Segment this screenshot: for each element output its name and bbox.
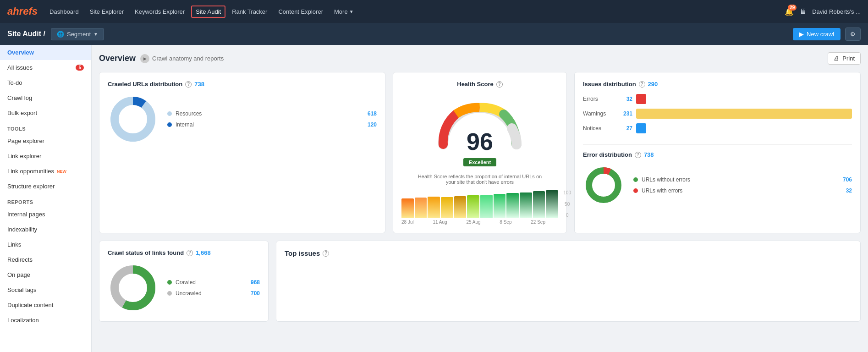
health-gauge: 96 [401, 94, 558, 158]
health-description: Health Score reflects the proportion of … [416, 174, 544, 185]
globe-icon: 🌐 [57, 31, 64, 38]
svg-point-0 [115, 101, 151, 138]
crawled-urls-card: Crawled URLs distribution ? 738 Resource… [99, 72, 385, 233]
sidebar-item-links[interactable]: Links [0, 237, 91, 252]
sidebar-item-structure-explorer[interactable]: Structure explorer [0, 179, 91, 194]
excellent-badge: Excellent [463, 158, 496, 166]
errors-issue-item: Errors 32 [583, 94, 852, 104]
nav-rank-tracker[interactable]: Rank Tracker [227, 6, 272, 18]
issues-distribution-title: Issues distribution ? 290 [583, 81, 852, 88]
nav-more[interactable]: More ▼ [330, 6, 358, 18]
page-title: Overview [99, 54, 136, 63]
top-issues-help[interactable]: ? [323, 250, 329, 257]
error-dist-legend: URLs without errors 706 URLs with errors… [633, 176, 852, 194]
sidebar-item-social-tags[interactable]: Social tags [0, 282, 91, 297]
error-distribution-chart: URLs without errors 706 URLs with errors… [583, 165, 852, 206]
segment-button[interactable]: 🌐 Segment ▼ [51, 28, 104, 40]
top-issues-card: Top issues ? [276, 241, 861, 322]
sub-header-actions: ▶ New crawl ⚙ [793, 28, 861, 41]
crawl-status-help[interactable]: ? [187, 250, 193, 256]
main-layout: Overview All issues 5 To-do Crawl log Bu… [0, 45, 868, 352]
gear-icon: ⚙ [850, 31, 856, 38]
second-cards-row: Crawl status of links found ? 1,668 Craw… [99, 241, 861, 322]
crawled-urls-chart: Resources 618 Internal 120 [108, 94, 377, 144]
sidebar-section-reports: Reports [0, 194, 91, 207]
play-icon: ▶ [799, 31, 804, 38]
nav-content-explorer[interactable]: Content Explorer [274, 6, 328, 18]
health-score-title: Health Score ? [401, 81, 558, 88]
play-circle-icon[interactable]: ▶ [140, 54, 149, 63]
legend-crawled: Crawled 968 [167, 279, 260, 286]
internal-dot [167, 122, 172, 127]
legend-resources: Resources 618 [167, 110, 377, 117]
printer-icon: 🖨 [834, 55, 840, 62]
sidebar-item-crawl-log[interactable]: Crawl log [0, 90, 91, 105]
chevron-down-icon: ▼ [93, 32, 98, 37]
notices-indicator [636, 123, 646, 133]
health-score-card: Health Score ? [393, 72, 567, 233]
chart-x-labels: 28 Jul 11 Aug 25 Aug 8 Sep 22 Sep [401, 220, 558, 225]
crawled-urls-title: Crawled URLs distribution ? 738 [108, 81, 377, 88]
notification-badge: 29 [788, 5, 797, 11]
all-issues-badge: 5 [76, 65, 84, 71]
sub-header: Site Audit / 🌐 Segment ▼ ▶ New crawl ⚙ [0, 23, 868, 45]
sidebar-item-bulk-export[interactable]: Bulk export [0, 105, 91, 121]
page-header-left: Overview ▶ Crawl anatomy and reports [99, 54, 224, 63]
sidebar-item-overview[interactable]: Overview [0, 45, 91, 60]
crawl-status-chart: Crawled 968 Uncrawled 700 [108, 263, 260, 313]
health-score-help[interactable]: ? [496, 81, 503, 88]
logo: ahrefs [7, 6, 38, 17]
sidebar-item-page-explorer[interactable]: Page explorer [0, 133, 91, 148]
legend-internal: Internal 120 [167, 121, 377, 128]
crawl-status-card: Crawl status of links found ? 1,668 Craw… [99, 241, 269, 322]
user-menu[interactable]: David Roberts's ... [812, 8, 861, 15]
nav-site-explorer[interactable]: Site Explorer [85, 6, 128, 18]
top-cards-row: Crawled URLs distribution ? 738 Resource… [99, 72, 861, 233]
new-badge: NEW [57, 169, 66, 174]
sidebar-item-link-explorer[interactable]: Link explorer [0, 148, 91, 164]
sidebar-item-on-page[interactable]: On page [0, 267, 91, 282]
with-errors-dot [633, 188, 638, 193]
error-distribution-title: Error distribution ? 738 [583, 151, 852, 158]
sidebar-item-redirects[interactable]: Redirects [0, 252, 91, 267]
sidebar-item-link-opportunities[interactable]: Link opportunitiesNEW [0, 164, 91, 179]
sidebar: Overview All issues 5 To-do Crawl log Bu… [0, 45, 92, 352]
sidebar-item-indexability[interactable]: Indexability [0, 222, 91, 237]
nav-right: 🔔 29 🖥 David Roberts's ... [785, 7, 861, 16]
notices-issue-item: Notices 27 [583, 123, 852, 133]
sidebar-item-localization[interactable]: Localization [0, 313, 91, 328]
crawl-status-donut [108, 263, 158, 313]
sidebar-item-all-issues[interactable]: All issues 5 [0, 60, 91, 75]
new-crawl-button[interactable]: ▶ New crawl [793, 28, 841, 40]
legend-without-errors: URLs without errors 706 [633, 176, 852, 183]
sidebar-item-duplicate-content[interactable]: Duplicate content [0, 297, 91, 313]
sidebar-section-tools: Tools [0, 121, 91, 133]
monitor-icon: 🖥 [799, 7, 807, 16]
settings-button[interactable]: ⚙ [845, 28, 861, 41]
sidebar-item-todo[interactable]: To-do [0, 75, 91, 90]
crawled-dot [167, 280, 172, 285]
crawled-urls-legend: Resources 618 Internal 120 [167, 110, 377, 128]
nav-site-audit[interactable]: Site Audit [191, 6, 225, 18]
nav-dashboard[interactable]: Dashboard [45, 6, 83, 18]
top-nav: ahrefs Dashboard Site Explorer Keywords … [0, 0, 868, 23]
legend-uncrawled: Uncrawled 700 [167, 290, 260, 297]
main-content: Overview ▶ Crawl anatomy and reports 🖨 P… [92, 45, 868, 352]
issues-distribution-card: Issues distribution ? 290 Errors 32 Warn… [574, 72, 861, 233]
issues-list: Errors 32 Warnings 231 Notices 27 [583, 94, 852, 133]
errors-indicator [636, 94, 646, 104]
top-issues-title: Top issues ? [285, 249, 852, 257]
nav-keywords-explorer[interactable]: Keywords Explorer [130, 6, 189, 18]
sidebar-item-internal-pages[interactable]: Internal pages [0, 207, 91, 222]
error-dist-donut [583, 165, 624, 206]
svg-point-2 [589, 170, 618, 200]
warnings-bar [636, 109, 852, 119]
print-button[interactable]: 🖨 Print [828, 52, 861, 65]
health-score-number: 96 [467, 130, 493, 154]
crawl-status-legend: Crawled 968 Uncrawled 700 [167, 279, 260, 297]
notifications-bell[interactable]: 🔔 29 [785, 7, 794, 16]
error-dist-help[interactable]: ? [635, 152, 641, 158]
crawled-urls-help[interactable]: ? [185, 81, 192, 88]
uncrawled-dot [167, 291, 172, 296]
issues-help[interactable]: ? [639, 81, 645, 88]
